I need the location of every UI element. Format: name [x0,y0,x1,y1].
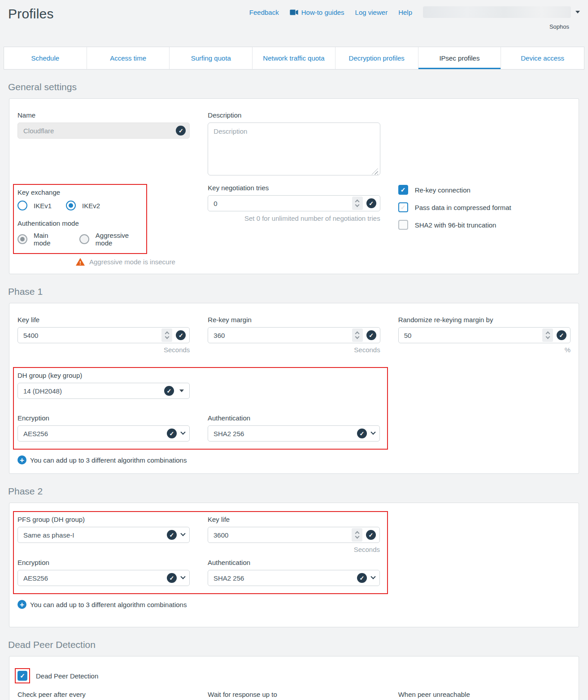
add-combination-icon[interactable]: + [17,455,26,464]
rekey-connection-checkbox[interactable]: ✓ [398,185,408,195]
ikev2-label: IKEv2 [82,202,100,210]
p2-algorithms-annotation-box: PFS group (DH group) Same as phase-I ✓ K… [13,511,388,594]
name-label: Name [17,111,190,119]
p1-encryption-label: Encryption [17,414,190,422]
number-stepper[interactable] [542,328,553,342]
p1-rekey-margin-unit: Seconds [208,346,380,354]
howto-guides-link[interactable]: How-to guides [290,9,344,16]
dpd-checkbox-annotation-box: ✓ [15,668,30,683]
add-combination-icon[interactable]: + [17,600,26,609]
general-settings-heading: General settings [8,82,580,92]
dpd-card: ✓ Dead Peer Detection Check peer after e… [9,656,579,700]
p2-encryption-label: Encryption [17,559,190,566]
dpd-checkbox[interactable]: ✓ [17,671,27,681]
p1-key-life-input[interactable]: 5400 ✓ [17,327,190,343]
p1-encryption-select[interactable]: AES256 ✓ [17,425,190,442]
p1-randomize-unit: % [398,346,571,354]
tab-network-traffic-quota[interactable]: Network traffic quota [253,47,335,69]
chevron-down-icon [180,574,185,579]
p2-encryption-select[interactable]: AES256 ✓ [17,570,190,586]
radio-ikev2[interactable] [66,201,76,210]
tab-surfing-quota[interactable]: Surfing quota [170,47,253,69]
account-menu[interactable] [423,6,580,18]
valid-check-icon: ✓ [357,573,367,583]
chevron-down-icon [370,574,375,579]
p1-algorithms-annotation-box: DH group (key group) 14 (DH2048) ✓ Encry… [13,367,388,450]
dropdown-caret-icon [179,389,184,392]
number-stepper[interactable] [352,328,363,342]
name-field: Cloudflare ✓ [17,122,190,139]
p2-pfs-select[interactable]: Same as phase-I ✓ [17,527,190,543]
radio-main-mode [17,234,27,244]
valid-check-icon: ✓ [357,429,367,438]
chevron-down-icon [575,11,580,13]
sha2-truncation-checkbox[interactable] [398,220,408,230]
p2-pfs-label: PFS group (DH group) [17,516,190,523]
number-stepper[interactable] [352,197,363,210]
phase2-heading: Phase 2 [8,486,580,497]
tab-ipsec-profiles[interactable]: IPsec profiles [418,47,501,69]
main-mode-label: Main mode [34,232,65,247]
key-negotiation-input[interactable]: 0 ✓ [208,195,380,211]
valid-check-icon: ✓ [366,198,376,208]
general-settings-card: Name Cloudflare ✓ Description Key exchan… [9,98,579,274]
valid-check-icon: ✓ [176,126,186,136]
p2-add-note: You can add up to 3 different algorithm … [30,601,187,608]
header: Profiles Feedback How-to guides Log view… [0,0,588,45]
sha2-truncation-label: SHA2 with 96-bit truncation [415,221,497,229]
p2-key-life-label: Key life [208,516,380,523]
p1-add-note: You can add up to 3 different algorithm … [30,456,187,464]
phase1-heading: Phase 1 [8,286,580,297]
feedback-link[interactable]: Feedback [249,9,279,16]
valid-check-icon: ✓ [167,429,177,438]
p1-dh-group-select[interactable]: 14 (DH2048) ✓ [17,383,190,399]
number-stepper[interactable] [161,328,172,342]
compressed-format-checkbox[interactable]: ✓ [398,202,408,212]
chevron-down-icon [180,430,185,435]
dpd-heading: Dead Peer Detection [8,639,580,650]
radio-ikev1[interactable] [17,201,27,210]
p1-authentication-select[interactable]: SHA2 256 ✓ [208,425,380,442]
chevron-down-icon [180,531,185,536]
key-negotiation-label: Key negotiation tries [208,184,380,192]
valid-check-icon: ✓ [176,330,186,340]
p1-rekey-margin-label: Re-key margin [208,316,380,324]
valid-check-icon: ✓ [164,386,174,396]
phase2-card: PFS group (DH group) Same as phase-I ✓ K… [9,503,579,627]
tab-device-access[interactable]: Device access [501,47,584,69]
number-stepper[interactable] [352,528,362,542]
p2-key-life-input[interactable]: 3600 ✓ [208,527,380,543]
description-field[interactable] [208,122,380,175]
warning-icon [76,258,85,266]
aggressive-mode-label: Aggressive mode [96,232,144,247]
key-exchange-label: Key exchange [17,188,144,196]
page-title: Profiles [8,6,54,22]
p1-rekey-margin-input[interactable]: 360 ✓ [208,327,380,343]
p1-randomize-input[interactable]: 50 ✓ [398,327,571,343]
p1-key-life-unit: Seconds [17,346,190,354]
p2-authentication-select[interactable]: SHA2 256 ✓ [208,570,380,586]
valid-check-icon: ✓ [167,573,177,583]
tab-decryption-profiles[interactable]: Decryption profiles [335,47,418,69]
help-link[interactable]: Help [398,9,412,16]
check-peer-label: Check peer after every [17,691,190,698]
wait-response-label: Wait for response up to [208,691,380,698]
p1-authentication-label: Authentication [208,414,380,422]
compressed-format-label: Pass data in compressed format [415,204,511,211]
tab-schedule[interactable]: Schedule [4,47,87,69]
rekey-connection-label: Re-key connection [415,186,470,194]
profile-tabbar: Schedule Access time Surfing quota Netwo… [4,47,584,70]
dpd-toggle-label: Dead Peer Detection [36,672,98,680]
log-viewer-link[interactable]: Log viewer [355,9,388,16]
tab-access-time[interactable]: Access time [87,47,170,69]
key-negotiation-hint: Set 0 for unlimited number of negotiatio… [208,214,380,222]
p1-randomize-label: Randomize re-keying margin by [398,316,571,324]
phase1-card: Key life 5400 ✓ Seconds Re-key margin 36… [9,303,579,474]
peer-unreachable-label: When peer unreachable [398,691,571,698]
brand-label: Sophos [549,23,569,30]
valid-check-icon: ✓ [366,530,376,540]
valid-check-icon: ✓ [557,330,566,340]
valid-check-icon: ✓ [366,330,376,340]
p1-key-life-label: Key life [17,316,190,324]
account-name-redacted [423,6,571,18]
